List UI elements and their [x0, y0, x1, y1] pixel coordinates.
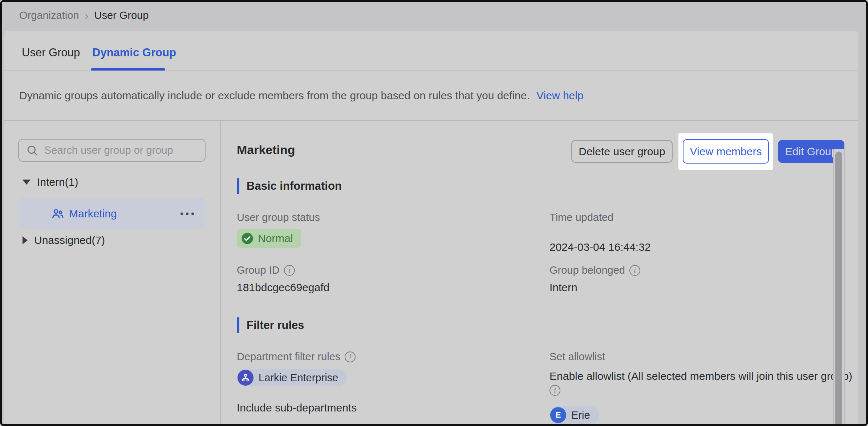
view-members-highlight: View members — [678, 133, 773, 170]
info-icon[interactable]: i — [345, 351, 356, 362]
allowlist-member-chip: E Erie — [549, 406, 599, 424]
section-accent-bar — [237, 317, 239, 333]
description-text: Dynamic groups automatically include or … — [19, 89, 530, 101]
breadcrumb-organization[interactable]: Organization — [19, 9, 79, 21]
page-title: Marketing — [237, 143, 295, 157]
enable-allowlist-text: Enable allowlist (All selected members w… — [549, 370, 852, 382]
group-belonged-label: Group belonged i — [549, 264, 640, 276]
view-members-button[interactable]: View members — [683, 139, 769, 164]
status-badge: Normal — [237, 229, 301, 248]
more-actions-icon[interactable] — [181, 212, 194, 215]
caret-down-icon[interactable] — [23, 180, 31, 185]
group-id-value: 181bdcgec69egafd — [237, 281, 329, 294]
member-avatar: E — [550, 407, 566, 423]
sidebar-item-intern[interactable]: Intern(1) — [23, 176, 78, 188]
sidebar-item-marketing[interactable]: Marketing — [18, 198, 206, 229]
tree-item-label: Intern(1) — [37, 176, 78, 188]
tab-user-group[interactable]: User Group — [22, 42, 80, 64]
search-icon — [26, 144, 38, 157]
chip-label: Erie — [571, 409, 590, 421]
search-box — [18, 139, 206, 162]
search-input[interactable] — [44, 144, 205, 156]
org-tree-icon — [240, 372, 251, 383]
tree-item-label: Marketing — [69, 208, 117, 220]
delete-user-group-button[interactable]: Delete user group — [571, 140, 673, 163]
scrollbar-thumb[interactable] — [835, 152, 842, 426]
label-text: Department filter rules — [237, 351, 340, 363]
org-avatar — [238, 370, 253, 386]
department-filter-rules-label: Department filter rules i — [237, 351, 356, 363]
section-accent-bar — [237, 178, 239, 194]
view-help-link[interactable]: View help — [536, 89, 584, 101]
divider-under-banner — [4, 120, 858, 121]
info-icon[interactable]: i — [629, 265, 640, 276]
tab-dynamic-group[interactable]: Dynamic Group — [92, 42, 176, 64]
check-circle-icon — [241, 232, 253, 245]
dynamic-group-description: Dynamic groups automatically include or … — [19, 89, 584, 102]
section-title: Basic information — [247, 180, 342, 193]
group-belonged-value: Intern — [549, 281, 577, 294]
user-group-icon — [51, 207, 65, 221]
caret-right-icon[interactable] — [23, 236, 28, 244]
set-allowlist-label: Set allowlist — [549, 351, 605, 363]
breadcrumb: Organization › User Group — [0, 0, 868, 31]
label-text: Group belonged — [549, 264, 625, 276]
breadcrumb-separator-icon: › — [85, 9, 88, 22]
divider-under-tabs — [4, 71, 858, 71]
sidebar-item-unassigned[interactable]: Unassigned(7) — [23, 234, 105, 246]
sidebar-divider — [220, 121, 221, 426]
user-group-status-label: User group status — [237, 212, 320, 224]
department-chip: Larkie Enterprise — [237, 369, 347, 386]
basic-information-section-header: Basic information — [237, 178, 342, 194]
group-id-label: Group ID i — [237, 264, 295, 276]
time-updated-value: 2024-03-04 16:44:32 — [549, 241, 651, 253]
section-title: Filter rules — [247, 319, 304, 332]
chip-label: Larkie Enterprise — [259, 372, 338, 384]
tree-item-label: Unassigned(7) — [34, 234, 105, 246]
status-badge-text: Normal — [258, 232, 293, 245]
app-window: Organization › User Group User Group Dyn… — [0, 0, 868, 426]
info-icon[interactable]: i — [549, 385, 560, 396]
breadcrumb-user-group: User Group — [94, 9, 149, 21]
include-sub-departments-text: Include sub-departments — [237, 402, 357, 414]
label-text: Group ID — [237, 264, 280, 276]
time-updated-label: Time updated — [549, 212, 613, 224]
filter-rules-section-header: Filter rules — [237, 317, 304, 333]
info-icon[interactable]: i — [284, 265, 295, 276]
